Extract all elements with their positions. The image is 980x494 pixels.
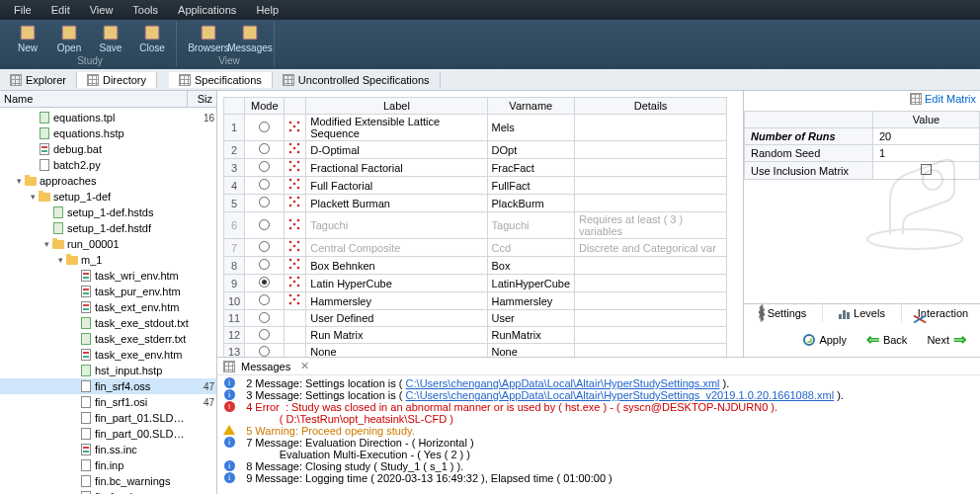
mode-radio[interactable] (245, 292, 285, 310)
menu-applications[interactable]: Applications (168, 2, 246, 18)
log-line: i 8 Message: Closing study ( Study_1 ( s… (221, 460, 976, 472)
menu-edit[interactable]: Edit (41, 2, 80, 18)
back-button[interactable]: ⇐ Back (860, 328, 913, 351)
spec-row[interactable]: 3Fractional FactorialFracFact (224, 159, 727, 177)
spec-row[interactable]: 5Plackett BurmanPlackBurm (224, 195, 727, 212)
tree-item[interactable]: ▾m_1 (0, 252, 216, 268)
tree-item[interactable]: equations.tpl16 (0, 110, 216, 125)
spec-row[interactable]: 8Box BehnkenBox (224, 257, 727, 275)
tree-item[interactable]: fin_part_00.SLDPRT (0, 426, 216, 442)
apply-button[interactable]: Apply (797, 332, 853, 348)
mode-radio[interactable] (245, 195, 285, 212)
tree-item[interactable]: task_wri_env.htm (0, 268, 216, 284)
mode-radio[interactable] (245, 239, 285, 257)
tree-item[interactable]: ▾setup_1-def (0, 189, 216, 205)
tree-item[interactable]: batch2.py (0, 157, 216, 173)
mode-radio[interactable] (245, 275, 285, 292)
spec-row[interactable]: 13NoneNone (224, 344, 727, 358)
mode-radio[interactable] (245, 257, 285, 275)
mode-radio[interactable] (245, 115, 285, 141)
close-button[interactable]: Close (132, 22, 172, 55)
log-link[interactable]: C:\Users\chengang\AppData\Local\Altair\H… (406, 389, 835, 401)
edit-matrix-button[interactable]: Edit Matrix (910, 93, 976, 105)
file-icon (79, 269, 93, 283)
mode-radio[interactable] (245, 327, 285, 344)
menu-file[interactable]: File (4, 2, 41, 18)
tree-item[interactable]: task_pur_env.htm (0, 284, 216, 299)
menu-help[interactable]: Help (246, 2, 288, 18)
spec-row[interactable]: 2D-OptimalDOpt (224, 141, 727, 159)
tree-item[interactable]: fin.ss.inc (0, 442, 216, 457)
tree-item[interactable]: setup_1-def.hstdf (0, 220, 216, 236)
messages-title: Messages (241, 361, 290, 372)
messages-close[interactable]: ✕ (296, 360, 313, 372)
tree-item[interactable]: task_ext_env.htm (0, 299, 216, 315)
doe-icon (288, 258, 301, 271)
explorer-icon (10, 74, 22, 86)
mode-radio[interactable] (245, 141, 285, 159)
spec-row[interactable]: 11User DefinedUser (224, 310, 727, 327)
open-button[interactable]: Open (49, 22, 89, 55)
file-icon (38, 190, 51, 204)
tab-spec[interactable]: Specifications (169, 72, 273, 88)
spec-row[interactable]: 9Latin HyperCubeLatinHyperCube (224, 275, 727, 292)
tree-item[interactable]: fin_srf4.oss47 (0, 378, 216, 394)
mode-radio[interactable] (245, 344, 285, 358)
wizard-nav: Apply ⇐ Back Next ⇒ (744, 322, 980, 357)
spec-row[interactable]: 4Full FactorialFullFact (224, 177, 727, 195)
tree-item[interactable]: ▾approaches (0, 173, 216, 189)
menu-tools[interactable]: Tools (122, 2, 168, 18)
arrow-left-icon: ⇐ (866, 330, 879, 349)
next-button[interactable]: Next ⇒ (921, 328, 972, 351)
file-icon (79, 411, 93, 425)
file-icon (24, 174, 38, 188)
mode-radio[interactable] (245, 177, 285, 195)
log-link[interactable]: C:\Users\chengang\AppData\Local\Altair\H… (406, 377, 720, 389)
gear-icon (760, 307, 764, 319)
spec-row[interactable]: 1Modified Extensible Lattice SequenceMel… (224, 115, 727, 141)
spec-row[interactable]: 10HammersleyHammersley (224, 292, 727, 310)
spec-row[interactable]: 7Central CompositeCcdDiscrete and Catego… (224, 239, 727, 257)
file-icon (79, 348, 93, 362)
spec-row[interactable]: 6TaguchiTaguchiRequires at least ( 3 ) v… (224, 212, 727, 239)
rtab-levels[interactable]: Levels (823, 304, 902, 322)
log-line: i 9 Message: Logging time ( 2020-03-13 1… (221, 472, 976, 484)
save-button[interactable]: Save (91, 22, 130, 55)
file-icon (38, 142, 51, 156)
col-name[interactable]: Name (0, 91, 187, 107)
directory-tree[interactable]: equations.tpl16equations.hstpdebug.batba… (0, 108, 216, 494)
tree-item[interactable]: task_exe_stdout.txt (0, 315, 216, 331)
menu-view[interactable]: View (80, 2, 123, 18)
spec-row[interactable]: 12Run MatrixRunMatrix (224, 327, 727, 344)
file-icon (79, 490, 93, 494)
tree-item[interactable]: fin.inp (0, 457, 216, 473)
messages-log[interactable]: i 2 Message: Settings location is ( C:\U… (217, 375, 980, 494)
tree-item[interactable]: setup_1-def.hstds (0, 205, 216, 220)
tree-item[interactable]: fin_part_01.SLDPRT (0, 410, 216, 426)
col-size[interactable]: Siz (187, 91, 216, 107)
tree-item[interactable]: task_exe_env.htm (0, 347, 216, 363)
rtab-interaction[interactable]: Interaction (902, 304, 980, 322)
param-row[interactable]: Number of Runs20 (745, 128, 980, 145)
tab-explorer[interactable]: Explorer (0, 72, 77, 88)
tree-item[interactable]: debug.bat (0, 141, 216, 157)
tab-directory[interactable]: Directory (77, 72, 157, 88)
mode-radio[interactable] (245, 212, 285, 239)
mode-radio[interactable] (245, 159, 285, 177)
tree-item[interactable]: task_exe_stderr.txt (0, 331, 216, 347)
rtab-settings[interactable]: Settings (744, 304, 823, 322)
messages-button[interactable]: Messages (230, 22, 270, 55)
rpanel-tabs: SettingsLevelsInteraction (744, 303, 980, 322)
new-button[interactable]: New (8, 22, 47, 55)
spec-icon (179, 74, 191, 86)
tree-item[interactable]: fin.bc_warnings (0, 473, 216, 489)
tree-item[interactable]: hst_input.hstp (0, 363, 216, 378)
tree-item[interactable]: equations.hstp (0, 125, 216, 141)
tree-item[interactable]: ▾run_00001 (0, 236, 216, 252)
tree-item[interactable]: fin_srf1.osi47 (0, 394, 216, 410)
mode-radio[interactable] (245, 310, 285, 327)
file-icon (79, 474, 93, 488)
tree-item[interactable]: fin.1.echo (0, 489, 216, 494)
tab-uspec[interactable]: Uncontrolled Specifications (273, 72, 441, 88)
browsers-button[interactable]: Browsers (189, 22, 228, 55)
